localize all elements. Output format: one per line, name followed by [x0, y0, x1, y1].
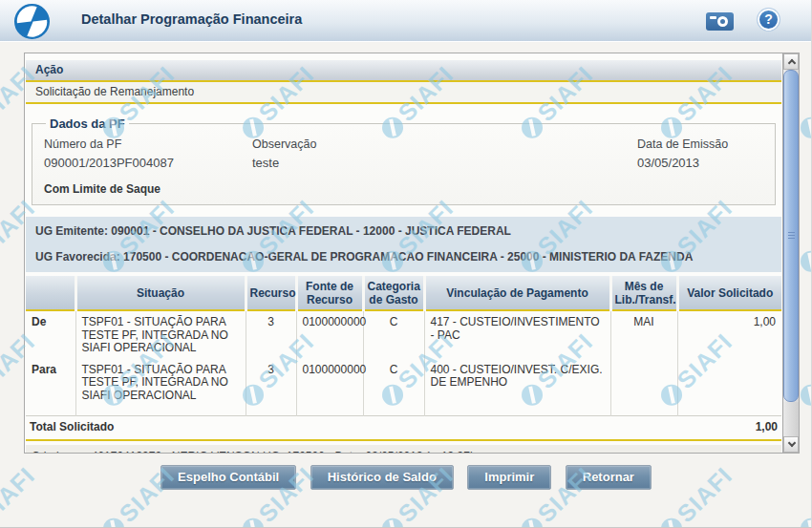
cell-vinculacao-de: 417 - CUSTEIO/INVESTIMENTO - PAC [424, 310, 610, 359]
col-header-recurso: Recurso [246, 276, 296, 310]
scrollbar-track[interactable] [783, 402, 799, 436]
col-header-tipo [26, 276, 75, 310]
observacao-value: teste [252, 156, 637, 170]
action-button-bar: Espelho Contábil Histórico de Saldo Impr… [0, 465, 812, 490]
cell-vinculacao-para: 400 - CUSTEIO/INVEST. C/EXIG. DE EMPENHO [424, 359, 610, 416]
cell-situacao-para: TSPF01 - SITUAÇÃO PARA TESTE PF, INTEGRA… [75, 359, 246, 416]
numero-pf-field: Número da PF 090001/2013PF004087 [44, 137, 252, 170]
cell-tipo-de: De [26, 310, 75, 359]
col-header-situacao: Situação [75, 276, 246, 310]
cell-categoria-para: C [363, 359, 424, 416]
cell-valor-solicitado: 1,00 [677, 310, 781, 416]
cell-recurso-para: 3 [246, 359, 296, 416]
ug-info-box: UG Emitente: 090001 - CONSELHO DA JUSTIC… [26, 217, 781, 272]
scroll-down-button[interactable] [783, 436, 799, 453]
observacao-label: Observação [252, 137, 637, 151]
cell-fonte-para: 0100000000 [296, 359, 363, 416]
col-header-fonte-recurso: Fonte de Recurso [296, 276, 363, 310]
camera-flash-detail [710, 16, 716, 19]
chevron-up-icon [788, 59, 796, 67]
cell-recurso-de: 3 [246, 310, 296, 359]
siafi-logo-icon [14, 4, 50, 39]
scroll-up-button[interactable] [783, 53, 799, 70]
table-row-de: De TSPF01 - SITUAÇÃO PARA TESTE PF, INTE… [26, 310, 781, 359]
dados-pf-fieldset: Dados da PF Número da PF 090001/2013PF00… [32, 116, 776, 205]
data-emissao-field: Data de Emissão 03/05/2013 [637, 137, 763, 170]
total-value: 1,00 [677, 416, 781, 440]
table-total-row: Total Solicitado 1,00 [26, 416, 781, 440]
top-header-bar: Detalhar Programação Financeira ? [0, 0, 812, 42]
help-icon[interactable]: ? [758, 9, 780, 31]
dados-pf-legend: Dados da PF [46, 116, 129, 131]
camera-icon[interactable] [706, 12, 734, 31]
col-header-vinculacao: Vinculação de Pagamento [424, 276, 610, 310]
total-label: Total Solicitado [26, 416, 677, 440]
imprimir-button[interactable]: Imprimir [467, 465, 551, 490]
remanejamento-table: Situação Recurso Fonte de Recurso Catego… [26, 276, 781, 441]
acao-section-header: Ação [26, 60, 781, 82]
page-title: Detalhar Programação Financeira [81, 11, 302, 27]
panel-content: Ação Solicitação de Remanejamento Dados … [25, 53, 782, 453]
cell-tipo-para: Para [26, 359, 75, 416]
cell-categoria-de: C [363, 310, 424, 359]
detail-panel: Ação Solicitação de Remanejamento Dados … [24, 53, 800, 454]
cell-situacao-de: TSPF01 - SITUAÇÃO PARA TESTE PF, INTEGRA… [75, 310, 246, 359]
vertical-scrollbar[interactable] [782, 53, 799, 453]
col-header-categoria-gasto: Categoria de Gasto [363, 276, 424, 310]
numero-pf-value: 090001/2013PF004087 [44, 156, 252, 170]
limite-saque-note: Com Limite de Saque [44, 182, 763, 196]
chevron-down-icon [788, 439, 796, 447]
col-header-valor: Valor Solicitado [677, 276, 781, 310]
ug-emitente: UG Emitente: 090001 - CONSELHO DA JUSTIC… [35, 224, 772, 238]
scrollbar-thumb[interactable] [783, 70, 799, 402]
ug-favorecida: UG Favorecida: 170500 - COORDENACAO-GERA… [35, 250, 772, 264]
data-emissao-label: Data de Emissão [637, 137, 763, 151]
created-by-note: Criado por: 46170413972 - NERIO VENSON U… [26, 445, 781, 454]
cell-mes-lib: MAI [610, 310, 677, 416]
espelho-contabil-button[interactable]: Espelho Contábil [160, 465, 296, 490]
observacao-field: Observação teste [252, 137, 637, 170]
cell-fonte-de: 0100000000 [296, 310, 363, 359]
data-emissao-value: 03/05/2013 [637, 156, 763, 170]
camera-lens-detail [717, 16, 728, 27]
historico-saldo-button[interactable]: Histórico de Saldo [310, 465, 454, 490]
table-header-row: Situação Recurso Fonte de Recurso Catego… [26, 276, 781, 310]
retornar-button[interactable]: Retornar [566, 465, 652, 490]
col-header-mes: Mês de Lib./Transf. [610, 276, 677, 310]
scrollbar-grip-icon [788, 232, 795, 241]
acao-value: Solicitação de Remanejamento [26, 82, 781, 104]
numero-pf-label: Número da PF [44, 137, 252, 151]
